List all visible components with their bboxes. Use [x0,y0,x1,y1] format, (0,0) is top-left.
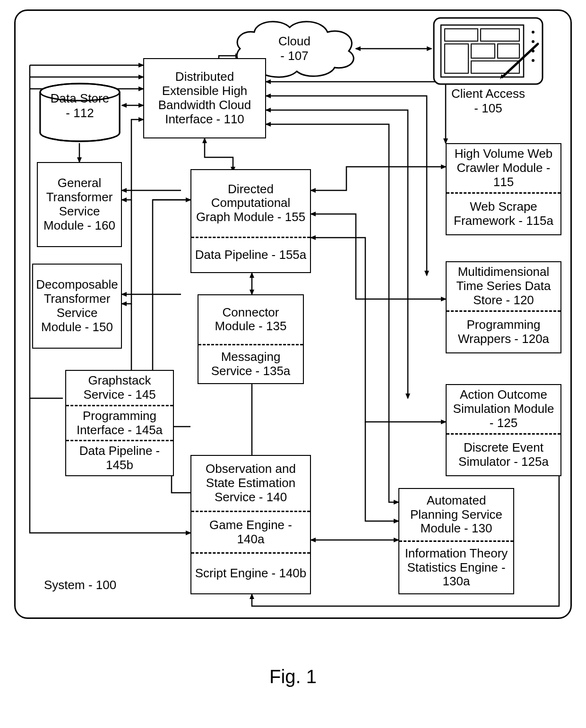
svg-rect-2 [445,29,478,41]
data-store-title: Data Store [37,91,122,106]
node-125: Action Outcome Simulation Module - 125 D… [446,384,561,476]
node-135: Connector Module - 135 Messaging Service… [198,294,304,384]
svg-rect-4 [445,44,468,73]
svg-point-9 [532,40,534,43]
svg-point-11 [532,59,534,62]
svg-rect-0 [434,18,543,84]
cloud-id: - 107 [280,49,308,63]
node-145: Graphstack Service - 145 Programming Int… [65,370,174,476]
svg-rect-3 [481,29,519,41]
svg-rect-6 [498,44,519,58]
node-160: General Transformer Service Module - 160 [37,162,122,247]
data-store-id: - 112 [37,106,122,120]
cloud-title: Cloud [278,34,310,49]
node-155: Directed Computational Graph Module - 15… [190,169,311,273]
node-115: High Volume Web Crawler Module - 115 Web… [446,143,561,235]
svg-rect-1 [441,25,524,77]
node-130: Automated Planning Service Module - 130 … [398,488,514,594]
client-access-label: Client Access - 105 [431,86,545,116]
node-150: Decomposable Transformer Service Module … [32,264,122,349]
client-access-device [431,16,545,86]
page-root: Cloud - 107 [0,0,586,728]
diagram-canvas: Cloud - 107 [14,9,572,619]
node-110: Distributed Extensible High Bandwidth Cl… [143,58,266,138]
node-120: Multidimensional Time Series Data Store … [446,261,561,353]
node-140: Observation and State Estimation Service… [190,455,311,594]
system-label: System - 100 [44,578,116,592]
data-store-node: Data Store - 112 [37,82,122,143]
svg-rect-5 [471,44,495,58]
svg-rect-7 [471,61,519,73]
svg-point-8 [532,31,534,34]
figure-caption: Fig. 1 [0,666,586,687]
svg-point-10 [532,50,534,52]
